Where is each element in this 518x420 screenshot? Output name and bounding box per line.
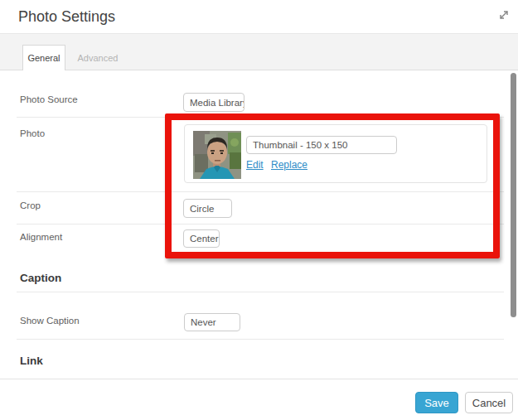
save-button[interactable]: Save bbox=[415, 392, 458, 413]
show-caption-select[interactable]: Never bbox=[184, 313, 240, 331]
photo-edit-link[interactable]: Edit bbox=[246, 159, 264, 171]
crop-select[interactable]: Circle bbox=[183, 199, 232, 218]
link-section-heading: Link bbox=[20, 355, 43, 367]
row-divider bbox=[17, 191, 504, 192]
photo-source-label: Photo Source bbox=[20, 94, 78, 104]
photo-settings-dialog: Photo Settings General Advanced Photo So… bbox=[0, 0, 518, 420]
tab-general[interactable]: General bbox=[22, 45, 65, 70]
row-divider bbox=[17, 339, 504, 340]
photo-replace-link[interactable]: Replace bbox=[271, 159, 307, 171]
tab-advanced[interactable]: Advanced bbox=[65, 45, 130, 70]
dialog-footer: Save Cancel bbox=[0, 379, 518, 420]
crop-label: Crop bbox=[20, 200, 41, 210]
photo-size-select[interactable]: Thumbnail - 150 x 150 bbox=[246, 136, 397, 154]
scrollbar-thumb[interactable] bbox=[511, 73, 516, 317]
dialog-header: Photo Settings bbox=[0, 0, 518, 34]
section-divider bbox=[17, 292, 504, 292]
photo-thumbnail bbox=[193, 131, 241, 179]
show-caption-label: Show Caption bbox=[20, 316, 80, 326]
cancel-button[interactable]: Cancel bbox=[465, 392, 513, 413]
expand-icon[interactable] bbox=[495, 6, 513, 24]
alignment-label: Alignment bbox=[20, 232, 62, 242]
photo-field-box: Thumbnail - 150 x 150 Edit Replace bbox=[184, 124, 487, 183]
caption-section-heading: Caption bbox=[20, 272, 61, 284]
row-divider bbox=[17, 224, 504, 224]
tab-bar: General Advanced bbox=[0, 34, 518, 70]
alignment-select[interactable]: Center bbox=[183, 229, 220, 248]
row-divider bbox=[17, 117, 504, 118]
tab-advanced-label: Advanced bbox=[78, 53, 119, 63]
page-title: Photo Settings bbox=[18, 8, 115, 26]
photo-label: Photo bbox=[20, 128, 45, 138]
tab-general-label: General bbox=[27, 53, 60, 63]
photo-source-select[interactable]: Media Library bbox=[183, 93, 244, 112]
